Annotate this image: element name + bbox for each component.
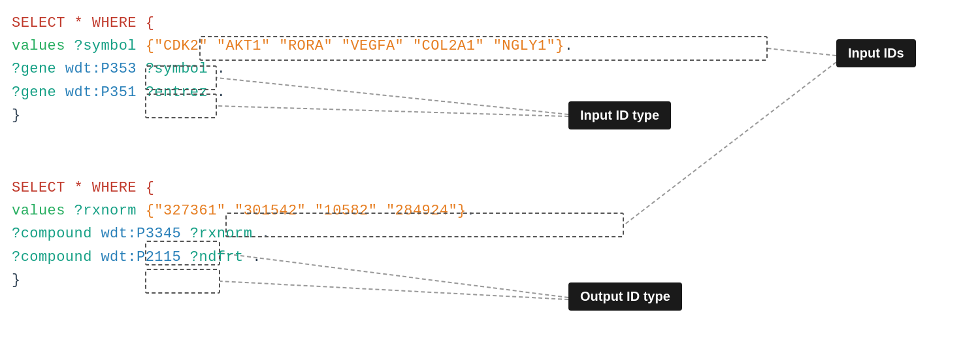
bottom-line5: } — [12, 269, 475, 292]
svg-line-2 — [768, 48, 836, 56]
top-line3: ?gene wdt:P353 ?symbol . — [12, 58, 573, 80]
dashed-box-wdt-p353 — [145, 65, 217, 90]
dashed-box-values-bottom — [225, 213, 624, 237]
label-input-id-type: Input ID type — [568, 101, 671, 129]
dashed-box-wdt-p2115 — [145, 269, 220, 294]
dashed-box-wdt-p3345 — [145, 241, 220, 265]
label-input-ids: Input IDs — [836, 39, 916, 67]
code-block-top: SELECT * WHERE { values ?symbol {"CDK2" … — [12, 12, 573, 127]
top-line1: SELECT * WHERE { — [12, 12, 573, 35]
top-line5: } — [12, 104, 573, 127]
label-output-id-type: Output ID type — [568, 282, 682, 311]
dashed-box-values-top — [199, 36, 768, 61]
top-line4: ?gene wdt:P351 ?entrez . — [12, 81, 573, 104]
main-container: SELECT * WHERE { values ?symbol {"CDK2" … — [0, 0, 980, 342]
svg-line-5 — [624, 62, 836, 225]
bottom-line4: ?compound wdt:P2115 ?ndfrt . — [12, 246, 475, 269]
bottom-line1: SELECT * WHERE { — [12, 177, 475, 199]
dashed-box-wdt-p351 — [145, 94, 217, 118]
